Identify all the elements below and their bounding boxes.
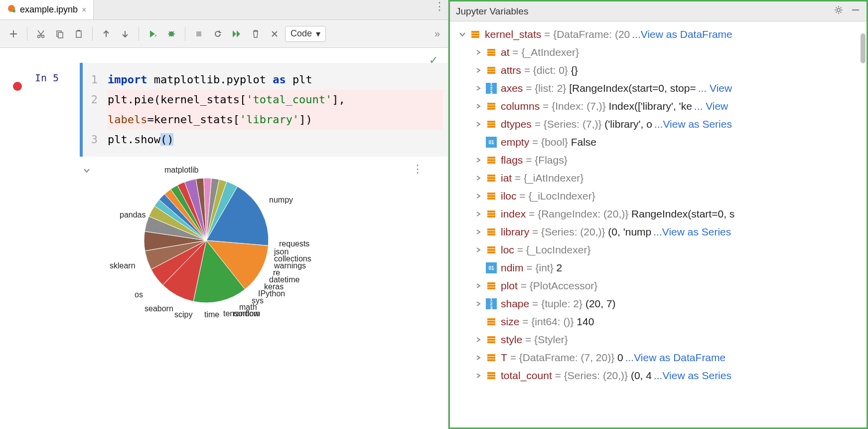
expander-icon[interactable]	[473, 49, 484, 55]
expander-icon[interactable]	[473, 103, 484, 109]
move-down-button[interactable]	[117, 25, 134, 42]
expander-icon[interactable]	[473, 283, 484, 289]
collapse-output-icon[interactable]	[83, 166, 91, 177]
vars-body[interactable]: kernel_stats = {DataFrame: (20 ...View a…	[450, 21, 867, 428]
svg-rect-25	[487, 126, 495, 128]
expander-icon[interactable]	[473, 85, 484, 91]
chevron-down-icon: ▾	[316, 28, 320, 39]
expander-icon[interactable]	[473, 157, 484, 163]
svg-rect-22	[487, 108, 495, 110]
var-row[interactable]: index = {RangeIndex: (20,)} RangeIndex(s…	[452, 205, 867, 223]
expander-icon[interactable]	[473, 67, 484, 73]
view-as-link[interactable]: ... View	[698, 82, 732, 94]
code-block[interactable]: 12 3 import matplotlib.pyplot as pltplt.…	[80, 63, 448, 157]
debug-button[interactable]	[163, 25, 180, 42]
file-tab[interactable]: example.ipynb ×	[0, 0, 94, 19]
check-icon: ✓	[429, 54, 438, 67]
gear-icon[interactable]	[834, 5, 844, 17]
expander-icon[interactable]	[473, 193, 484, 199]
var-type: = {Flags}	[523, 154, 567, 166]
close-icon[interactable]: ×	[82, 5, 86, 14]
restart-button[interactable]	[209, 25, 226, 42]
minimize-icon[interactable]	[851, 5, 861, 17]
tab-more-icon[interactable]: ⋮	[431, 0, 448, 19]
df-icon	[486, 101, 497, 112]
df-icon	[486, 47, 497, 58]
var-row[interactable]: columns = {Index: (7,)} Index(['library'…	[452, 97, 867, 115]
code-cell[interactable]: In 5 12 3 import matplotlib.pyplot as pl…	[0, 63, 448, 157]
var-type: = {_iAtIndexer}	[512, 172, 583, 184]
var-row[interactable]: 01empty = {bool} False	[452, 133, 867, 151]
view-as-link[interactable]: ...View as Series	[653, 226, 731, 238]
run-button[interactable]	[144, 25, 161, 42]
svg-rect-24	[487, 123, 495, 125]
svg-rect-18	[487, 69, 495, 71]
view-as-link[interactable]: ... View	[694, 100, 728, 112]
tab-filename: example.ipynb	[20, 4, 78, 15]
expander-icon[interactable]	[473, 301, 484, 307]
var-row[interactable]: 01ndim = {int} 2	[452, 259, 867, 277]
var-name: index	[501, 208, 526, 220]
svg-rect-20	[487, 103, 495, 105]
expander-icon[interactable]	[473, 121, 484, 127]
cell-type-select[interactable]: Code ▾	[285, 26, 326, 42]
jupyter-variables-panel: Jupyter Variables kernel_stats = {DataFr…	[448, 0, 868, 429]
list-icon: 123	[486, 298, 497, 309]
delete-button[interactable]	[247, 25, 264, 42]
var-value: ('library', o	[602, 118, 652, 130]
stop-button[interactable]	[190, 25, 207, 42]
var-row[interactable]: total_count = {Series: (20,)} (0, 4...Vi…	[452, 367, 867, 385]
var-row[interactable]: attrs = {dict: 0} {}	[452, 61, 867, 79]
var-row[interactable]: iat = {_iAtIndexer}	[452, 169, 867, 187]
code-content[interactable]: import matplotlib.pyplot as pltplt.pie(k…	[103, 63, 448, 157]
var-type: = {DataFrame: (20	[541, 28, 630, 40]
var-row[interactable]: size = {int64: ()} 140	[452, 313, 867, 331]
var-row[interactable]: 123shape = {tuple: 2} (20, 7)	[452, 295, 867, 313]
scrollbar-thumb[interactable]	[861, 33, 866, 63]
expander-icon[interactable]	[473, 355, 484, 361]
pie-label: time	[204, 310, 219, 319]
expander-icon[interactable]	[457, 31, 468, 38]
var-row[interactable]: iloc = {_iLocIndexer}	[452, 187, 867, 205]
paste-button[interactable]	[70, 25, 87, 42]
expander-icon[interactable]	[473, 211, 484, 217]
var-type: = {dict: 0}	[521, 64, 568, 76]
pie-label: tensorflow	[223, 309, 260, 318]
var-row[interactable]: dtypes = {Series: (7,)} ('library', o...…	[452, 115, 867, 133]
toolbar-overflow-icon[interactable]: »	[432, 28, 443, 39]
var-row[interactable]: at = {_AtIndexer}	[452, 43, 867, 61]
expander-icon[interactable]	[473, 229, 484, 235]
var-row[interactable]: 123axes = {list: 2} [RangeIndex(start=0,…	[452, 79, 867, 97]
expander-icon[interactable]	[473, 337, 484, 343]
var-name: T	[501, 352, 507, 364]
prim-icon: 01	[486, 137, 497, 148]
run-all-button[interactable]	[228, 25, 245, 42]
view-as-link[interactable]: ...View as Series	[654, 370, 731, 382]
clear-button[interactable]	[266, 25, 283, 42]
output-more-icon[interactable]: ⋮	[412, 163, 423, 176]
add-cell-button[interactable]	[5, 25, 22, 42]
copy-button[interactable]	[51, 25, 68, 42]
svg-rect-50	[487, 336, 495, 338]
breakpoint-icon[interactable]	[13, 82, 22, 91]
pie-label: sklearn	[110, 261, 136, 270]
var-row[interactable]: loc = {_LocIndexer}	[452, 241, 867, 259]
var-row[interactable]: flags = {Flags}	[452, 151, 867, 169]
svg-rect-41	[487, 246, 495, 248]
cut-button[interactable]	[32, 25, 49, 42]
var-row[interactable]: style = {Styler}	[452, 331, 867, 349]
svg-rect-35	[487, 211, 495, 213]
var-row[interactable]: T = {DataFrame: (7, 20)} 0...View as Dat…	[452, 349, 867, 367]
var-row[interactable]: plot = {PlotAccessor}	[452, 277, 867, 295]
var-row[interactable]: library = {Series: (20,)} (0, 'nump...Vi…	[452, 223, 867, 241]
var-root[interactable]: kernel_stats = {DataFrame: (20 ...View a…	[452, 25, 867, 43]
view-as-link[interactable]: ...View as Series	[654, 118, 732, 130]
view-as-link[interactable]: ...View as DataFrame	[632, 28, 732, 40]
expander-icon[interactable]	[473, 175, 484, 181]
expander-icon[interactable]	[473, 373, 484, 379]
var-value: False	[568, 136, 596, 148]
move-up-button[interactable]	[98, 25, 115, 42]
view-as-link[interactable]: ...View as DataFrame	[625, 352, 726, 364]
vars-title: Jupyter Variables	[456, 6, 528, 17]
expander-icon[interactable]	[473, 247, 484, 253]
